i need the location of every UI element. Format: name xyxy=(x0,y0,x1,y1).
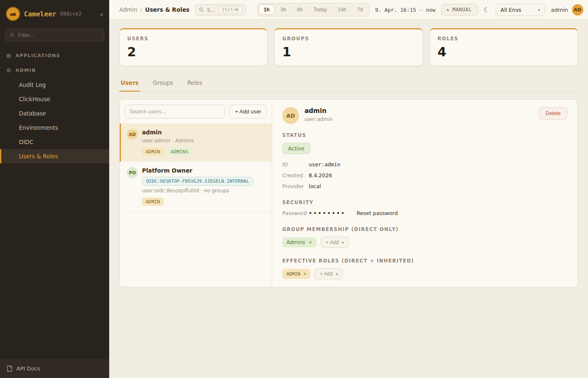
section-admin-label: ADMIN xyxy=(16,68,36,73)
field-label: Created xyxy=(282,172,309,178)
stat-cards: USERS 2 GROUPS 1 ROLES 4 xyxy=(119,28,578,66)
sidebar-item-database[interactable]: Database xyxy=(0,106,109,121)
effective-roles-heading: EFFECTIVE ROLES (DIRECT + INHERITED) xyxy=(282,258,567,264)
refresh-mode-label: MANUAL xyxy=(452,7,472,13)
dark-mode-toggle[interactable]: ☾ xyxy=(484,6,490,14)
admin-nav: Audit Log ClickHouse Database Environmen… xyxy=(0,78,109,163)
global-search[interactable]: S... Ctrl+K xyxy=(195,4,246,16)
field-value: local xyxy=(309,183,321,189)
role-badge: ADMIN xyxy=(142,147,164,156)
users-panel: + Add user AD admin user:admin · Admins … xyxy=(119,99,578,287)
section-applications[interactable]: ⊞ APPLICATIONS xyxy=(0,48,109,63)
date-range-separator: — xyxy=(420,7,423,13)
time-range-7d[interactable]: 7d xyxy=(352,5,368,15)
user-list-column: + Add user AD admin user:admin · Admins … xyxy=(120,100,272,287)
sidebar-item-oidc[interactable]: OIDC xyxy=(0,135,109,149)
time-range-3h[interactable]: 3h xyxy=(276,5,291,15)
add-role-button[interactable]: + Add ▾ xyxy=(315,268,343,279)
field-id: ID user:admin xyxy=(282,161,567,168)
topbar-right: ● MANUAL ☾ All Envs ▾ admin AD xyxy=(441,4,583,16)
remove-role-icon[interactable]: × xyxy=(303,271,306,277)
user-menu-name: admin xyxy=(551,7,568,13)
search-icon xyxy=(10,32,15,38)
logo-icon xyxy=(6,7,20,21)
user-item-badges: ADMIN xyxy=(142,197,253,206)
date-range-from: 9. Apr. 16:15 xyxy=(375,7,416,13)
sidebar-item-clickhouse[interactable]: ClickHouse xyxy=(0,92,109,106)
breadcrumb-current: Users & Roles xyxy=(145,6,190,13)
avatar: PO xyxy=(127,167,138,178)
status-badge: Active xyxy=(282,143,310,154)
app-root: Cameleer 69dcce2 « ⊞ APPLICATIONS ⚙ ADMI… xyxy=(0,0,588,378)
add-role-label: + Add xyxy=(320,271,333,277)
password-mask: •••••••• xyxy=(309,210,346,216)
oidc-issuer-badge: OIDC:DESKTOP-FB5VGJ9.SIEGELN.INTERNAL xyxy=(142,177,253,186)
time-range-24h[interactable]: 24h xyxy=(333,5,351,15)
user-list-item-admin[interactable]: AD admin user:admin · Admins ADMIN ADMIN… xyxy=(120,123,272,162)
tab-groups[interactable]: Groups xyxy=(152,75,174,92)
tab-roles[interactable]: Roles xyxy=(186,75,204,92)
group-membership-heading: GROUP MEMBERSHIP (DIRECT ONLY) xyxy=(282,226,567,232)
camel-icon xyxy=(9,10,17,18)
sidebar-collapse-icon[interactable]: « xyxy=(100,10,103,18)
stat-card-roles[interactable]: ROLES 4 xyxy=(430,28,578,66)
stat-label: GROUPS xyxy=(282,36,415,42)
stat-label: USERS xyxy=(127,36,260,42)
field-created: Created 8.4.2026 xyxy=(282,172,567,178)
user-item-badges: ADMIN ADMINS xyxy=(142,147,194,156)
time-range-6h[interactable]: 6h xyxy=(292,5,307,15)
avatar: AD xyxy=(127,129,138,140)
add-group-label: + Add xyxy=(326,239,339,245)
tab-bar: Users Groups Roles xyxy=(119,75,578,92)
avatar: AD xyxy=(572,4,583,16)
sidebar-item-environments[interactable]: Environments xyxy=(0,121,109,135)
search-shortcut-kbd: Ctrl+K xyxy=(219,6,242,13)
user-menu[interactable]: admin AD xyxy=(551,4,583,16)
user-detail-title: admin user:admin xyxy=(304,107,333,122)
time-range-group: 1h 3h 6h Today 24h 7d xyxy=(257,3,370,16)
sidebar-header: Cameleer 69dcce2 « xyxy=(0,0,109,28)
status-dot-icon: ● xyxy=(447,8,449,12)
tab-users[interactable]: Users xyxy=(119,75,140,92)
group-chip-admins: Admins × xyxy=(282,237,317,247)
stat-card-groups[interactable]: GROUPS 1 xyxy=(274,28,423,66)
search-icon xyxy=(199,7,204,12)
app-logo-text: Cameleer xyxy=(24,10,56,18)
user-item-body: admin user:admin · Admins ADMIN ADMINS xyxy=(142,129,194,156)
sidebar-item-users-roles[interactable]: Users & Roles xyxy=(0,149,109,163)
search-users-input[interactable] xyxy=(125,105,225,118)
time-range-1h[interactable]: 1h xyxy=(259,5,275,15)
delete-user-button[interactable]: Delete xyxy=(539,107,567,120)
field-label: Provider xyxy=(282,183,309,189)
remove-group-icon[interactable]: × xyxy=(308,239,312,245)
page-content: USERS 2 GROUPS 1 ROLES 4 Users Groups Ro… xyxy=(109,20,588,378)
add-group-button[interactable]: + Add ▾ xyxy=(321,237,349,248)
breadcrumb-admin[interactable]: Admin xyxy=(119,6,137,13)
chevron-down-icon: ▾ xyxy=(538,8,540,12)
sidebar-filter-input[interactable] xyxy=(18,32,100,38)
section-applications-label: APPLICATIONS xyxy=(16,53,60,58)
user-detail-header: AD admin user:admin Delete xyxy=(282,107,567,124)
app-instance-id: 69dcce2 xyxy=(60,11,81,17)
field-value: user:admin xyxy=(309,161,340,168)
moon-icon: ☾ xyxy=(484,6,490,13)
global-search-placeholder: S... xyxy=(207,7,215,13)
refresh-mode-button[interactable]: ● MANUAL xyxy=(441,4,478,16)
time-range-today[interactable]: Today xyxy=(308,5,332,15)
section-admin[interactable]: ⚙ ADMIN xyxy=(0,63,109,78)
grid-icon: ⊞ xyxy=(6,53,12,58)
sidebar-item-audit-log[interactable]: Audit Log xyxy=(0,78,109,92)
breadcrumb: Admin / Users & Roles xyxy=(119,6,189,13)
add-user-button[interactable]: + Add user xyxy=(229,105,267,118)
field-provider: Provider local xyxy=(282,183,567,189)
env-selector[interactable]: All Envs ▾ xyxy=(496,4,545,16)
password-label: Password xyxy=(282,210,309,216)
reset-password-link[interactable]: Reset password xyxy=(357,210,398,216)
user-item-body: Platform Owner OIDC:DESKTOP-FB5VGJ9.SIEG… xyxy=(142,167,253,206)
stat-card-users[interactable]: USERS 2 xyxy=(119,28,268,66)
stat-value: 1 xyxy=(282,45,415,59)
api-docs-link[interactable]: API Docs xyxy=(0,359,109,378)
user-detail-panel: AD admin user:admin Delete STATUS Active… xyxy=(272,100,578,287)
date-range[interactable]: 9. Apr. 16:15 — now xyxy=(375,7,436,13)
user-list-item-platform-owner[interactable]: PO Platform Owner OIDC:DESKTOP-FB5VGJ9.S… xyxy=(120,162,272,212)
